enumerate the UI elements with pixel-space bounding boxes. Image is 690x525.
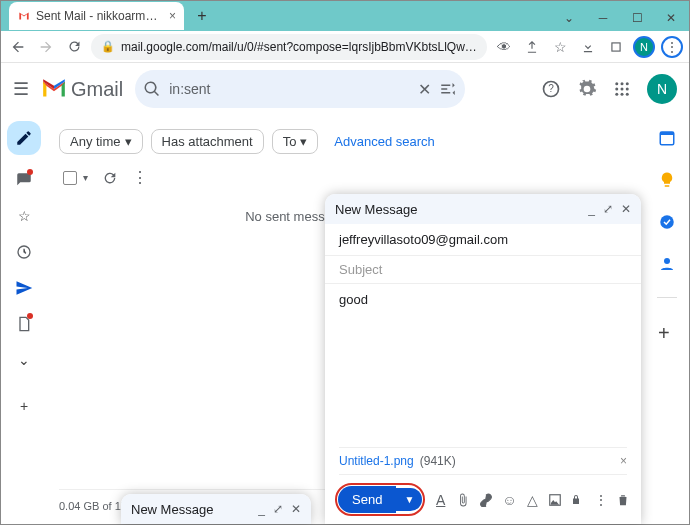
new-label-icon[interactable]: + [13,395,35,417]
formatting-icon[interactable]: A [433,492,448,508]
send-button[interactable]: Send [338,486,396,513]
refresh-icon[interactable] [102,170,118,186]
image-icon[interactable] [548,493,563,507]
svg-point-5 [626,82,629,85]
compose-header[interactable]: New Message _ ⤢ ✕ [325,194,641,224]
snoozed-icon[interactable] [13,241,35,263]
settings-icon[interactable] [577,79,597,99]
compose-mole-minimized[interactable]: New Message _ ⤢ ✕ [121,494,311,524]
svg-rect-14 [660,132,674,135]
svg-text:?: ? [548,83,554,94]
close-window-icon[interactable]: ✕ [663,11,679,25]
sent-icon[interactable] [13,277,35,299]
compose-mole: New Message _ ⤢ ✕ jeffreyvillasoto09@gma… [325,194,641,524]
forward-button[interactable] [35,36,57,58]
reload-button[interactable] [63,36,85,58]
left-rail: ☆ ⌄ + [1,115,47,524]
contacts-icon[interactable] [658,255,676,273]
new-tab-button[interactable]: + [190,4,214,28]
search-icon[interactable] [143,80,161,98]
inbox-icon[interactable] [13,169,35,191]
hamburger-icon[interactable]: ☰ [13,78,29,100]
starred-icon[interactable]: ☆ [13,205,35,227]
more-tools-icon[interactable]: ⋮ [593,492,608,508]
attachment-remove-icon[interactable]: × [620,454,627,468]
svg-rect-0 [612,42,620,50]
more-icon[interactable]: ⌄ [13,349,35,371]
filter-anytime[interactable]: Any time▾ [59,129,143,154]
search-clear-icon[interactable]: ✕ [418,80,431,99]
url-text: mail.google.com/mail/u/0/#sent?compose=l… [121,40,477,54]
link-icon[interactable] [479,493,494,507]
gmail-favicon [17,9,31,23]
discard-icon[interactable] [616,493,631,507]
more-actions-icon[interactable]: ⋮ [132,168,148,187]
to-field[interactable]: jeffreyvillasoto09@gmail.com [325,224,641,256]
search-bar[interactable]: in:sent ✕ [135,70,465,108]
eye-icon[interactable]: 👁 [493,36,515,58]
mole-close-icon[interactable]: ✕ [291,502,301,516]
back-button[interactable] [7,36,29,58]
share-icon[interactable] [521,36,543,58]
account-avatar[interactable]: N [647,74,677,104]
svg-point-15 [660,215,674,229]
svg-point-8 [626,88,629,91]
svg-point-9 [615,93,618,96]
gmail-header: ☰ Gmail in:sent ✕ ? [1,63,689,115]
svg-point-16 [664,258,670,264]
compose-close-icon[interactable]: ✕ [621,202,631,216]
select-dropdown-icon[interactable]: ▾ [83,172,88,183]
tasks-icon[interactable] [658,213,676,231]
maximize-window-icon[interactable]: ☐ [629,11,645,25]
download-icon[interactable] [577,36,599,58]
compose-title: New Message [335,202,417,217]
subject-field[interactable]: Subject [325,256,641,284]
body-field[interactable]: good [325,284,641,447]
compose-minimize-icon[interactable]: _ [588,202,595,216]
gmail-wordmark: Gmail [71,78,123,101]
gmail-logo[interactable]: Gmail [41,78,123,101]
svg-point-4 [621,82,624,85]
search-options-icon[interactable] [439,80,457,98]
drafts-icon[interactable] [13,313,35,335]
browser-menu-icon[interactable]: ⋮ [661,36,683,58]
filter-to[interactable]: To▾ [272,129,319,154]
attach-icon[interactable] [456,493,471,507]
attachment-size: (941K) [420,454,456,468]
calendar-icon[interactable] [658,129,676,147]
svg-point-7 [621,88,624,91]
support-icon[interactable]: ? [541,79,561,99]
bookmark-icon[interactable]: ☆ [549,36,571,58]
profile-avatar[interactable]: N [633,36,655,58]
advanced-search-link[interactable]: Advanced search [334,134,434,149]
mole-title: New Message [131,502,213,517]
minimize-window-icon[interactable]: ─ [595,11,611,25]
mole-minimize-icon[interactable]: _ [258,502,265,516]
keep-icon[interactable] [658,171,676,189]
select-all-checkbox[interactable] [63,171,77,185]
address-bar[interactable]: 🔒 mail.google.com/mail/u/0/#sent?compose… [91,34,487,60]
mole-expand-icon[interactable]: ⤢ [273,502,283,516]
svg-point-6 [615,88,618,91]
apps-icon[interactable] [613,80,631,98]
extensions-icon[interactable] [605,36,627,58]
compose-button[interactable] [7,121,41,155]
send-options-button[interactable]: ▼ [396,488,422,511]
svg-point-10 [621,93,624,96]
dropdown-window-icon[interactable]: ⌄ [561,11,577,25]
browser-tab[interactable]: Sent Mail - nikkoarma123@gma... × [9,2,184,30]
confidential-icon[interactable] [570,493,585,507]
attachment-chip[interactable]: Untitled-1.png (941K) × [339,447,627,475]
emoji-icon[interactable]: ☺ [502,492,517,508]
compose-expand-icon[interactable]: ⤢ [603,202,613,216]
svg-point-11 [626,93,629,96]
close-tab-icon[interactable]: × [169,9,176,23]
drive-icon[interactable]: △ [525,492,540,508]
svg-point-3 [615,82,618,85]
browser-toolbar: 🔒 mail.google.com/mail/u/0/#sent?compose… [1,31,689,63]
filter-has-attachment[interactable]: Has attachment [151,129,264,154]
send-button-highlight: Send ▼ [335,483,425,516]
lock-icon: 🔒 [101,40,115,53]
search-input[interactable]: in:sent [169,81,410,97]
addons-plus-icon[interactable]: + [658,322,676,340]
